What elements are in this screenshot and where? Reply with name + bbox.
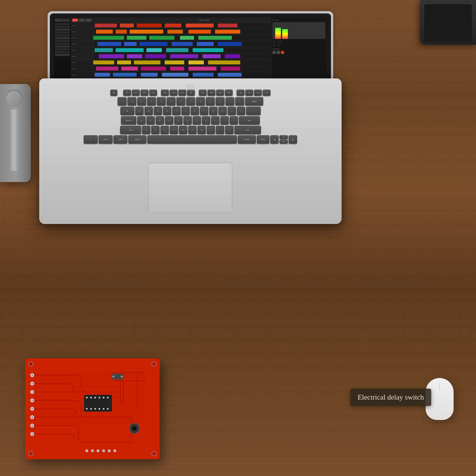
svg-point-37: [103, 397, 104, 398]
laptop: File: [39, 11, 342, 224]
pcb-circuit-board: [25, 358, 160, 459]
svg-point-58: [97, 450, 99, 451]
svg-point-60: [109, 450, 110, 451]
keyboard: esc F1 F2 F3 F4 F5 F6 F7 F8 F9 F10 F11 F…: [56, 90, 325, 146]
svg-point-62: [29, 362, 33, 366]
svg-point-47: [121, 375, 123, 378]
svg-point-41: [94, 408, 96, 410]
svg-point-63: [152, 362, 156, 366]
left-microphone-device: [0, 84, 31, 182]
svg-point-27: [31, 400, 33, 401]
trackpad[interactable]: [148, 162, 232, 213]
screen-bezel: File: [50, 13, 331, 84]
svg-point-25: [31, 383, 33, 384]
daw-right-panel: MASTER BPM: 120.00 Key: C Major Time: 4/…: [271, 18, 327, 83]
svg-point-29: [31, 416, 33, 418]
svg-point-44: [107, 408, 109, 410]
daw-tracks: 120.00 BPM Track 1 Track 2 Track: [71, 18, 327, 83]
svg-point-34: [90, 397, 92, 398]
laptop-body: esc F1 F2 F3 F4 F5 F6 F7 F8 F9 F10 F11 F…: [39, 78, 342, 224]
svg-point-24: [31, 374, 33, 376]
label-text: Electrical delay switch: [358, 393, 424, 401]
daw-interface: File: [54, 18, 327, 83]
svg-point-42: [99, 408, 100, 410]
laptop-screen-lid: File: [48, 11, 333, 84]
svg-point-64: [29, 451, 33, 456]
svg-point-43: [103, 408, 104, 410]
top-right-device: [420, 0, 476, 45]
svg-point-61: [114, 450, 115, 451]
svg-point-26: [31, 391, 33, 393]
svg-point-40: [90, 408, 92, 410]
svg-point-56: [86, 450, 87, 451]
svg-point-46: [112, 375, 115, 378]
svg-point-28: [31, 408, 33, 410]
screen-display: File: [54, 18, 327, 83]
svg-point-35: [94, 397, 96, 398]
svg-point-36: [99, 397, 100, 398]
svg-point-38: [107, 397, 109, 398]
scene: File: [0, 0, 476, 476]
svg-point-49: [132, 426, 137, 431]
svg-point-65: [152, 451, 156, 456]
svg-point-30: [31, 425, 33, 426]
svg-point-39: [86, 408, 88, 410]
svg-point-33: [86, 397, 88, 398]
product-label: Electrical delay switch: [350, 389, 431, 406]
daw-sidebar: File: [54, 18, 71, 83]
svg-point-31: [31, 433, 33, 435]
svg-point-57: [92, 450, 93, 451]
svg-point-59: [103, 450, 104, 451]
